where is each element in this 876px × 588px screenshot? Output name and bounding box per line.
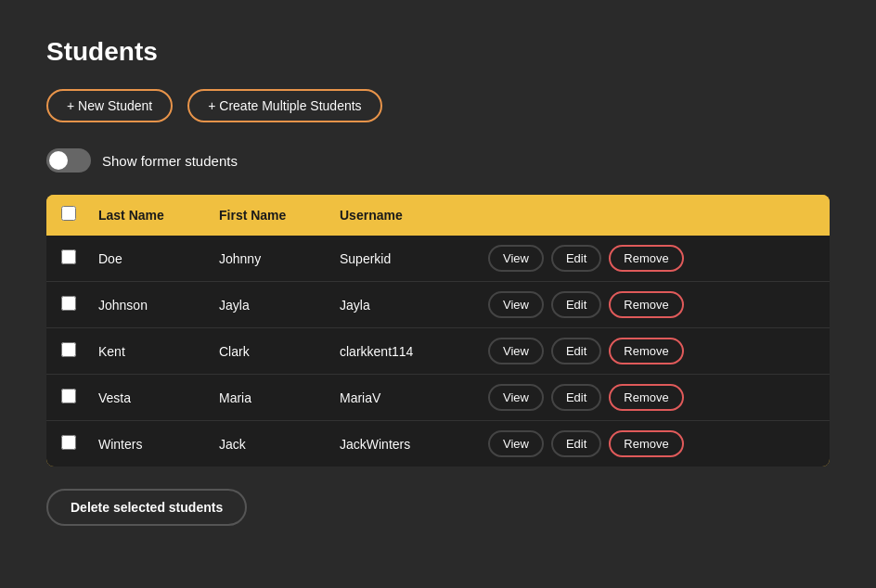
cell-first-name: Clark	[219, 344, 340, 359]
cell-username: Jayla	[340, 298, 488, 313]
remove-button[interactable]: Remove	[609, 384, 683, 411]
first-name-header: First Name	[219, 208, 340, 223]
view-button[interactable]: View	[488, 338, 544, 364]
edit-button[interactable]: Edit	[551, 430, 601, 457]
remove-button[interactable]: Remove	[609, 245, 683, 272]
table-row: Johnson Jayla Jayla View Edit Remove	[46, 282, 830, 328]
row-checkbox[interactable]	[61, 249, 76, 264]
delete-selected-button[interactable]: Delete selected students	[46, 489, 247, 526]
row-checkbox-cell	[61, 342, 98, 361]
row-actions: View Edit Remove	[488, 245, 815, 272]
table-header: Last Name First Name Username	[46, 195, 830, 236]
cell-username: clarkkent114	[340, 344, 488, 359]
cell-first-name: Johnny	[219, 251, 340, 266]
cell-first-name: Jayla	[219, 298, 340, 313]
create-multiple-button[interactable]: + Create Multiple Students	[187, 89, 381, 122]
select-all-checkbox[interactable]	[61, 206, 76, 221]
cell-username: Superkid	[340, 251, 488, 266]
cell-last-name: Winters	[98, 437, 219, 452]
cell-username: MariaV	[340, 390, 488, 405]
username-header: Username	[340, 208, 488, 223]
page-title: Students	[46, 37, 830, 67]
row-checkbox[interactable]	[61, 435, 76, 450]
row-actions: View Edit Remove	[488, 338, 815, 364]
action-buttons: + New Student + Create Multiple Students	[46, 89, 830, 122]
new-student-button[interactable]: + New Student	[46, 89, 173, 122]
row-checkbox[interactable]	[61, 342, 76, 357]
edit-button[interactable]: Edit	[551, 291, 601, 318]
row-checkbox[interactable]	[61, 389, 76, 403]
view-button[interactable]: View	[488, 245, 544, 272]
view-button[interactable]: View	[488, 430, 544, 457]
edit-button[interactable]: Edit	[551, 338, 601, 364]
view-button[interactable]: View	[488, 291, 544, 318]
show-former-students-toggle[interactable]	[46, 148, 91, 173]
cell-last-name: Vesta	[98, 390, 219, 405]
header-checkbox-cell	[61, 206, 98, 224]
cell-last-name: Doe	[98, 251, 219, 266]
row-actions: View Edit Remove	[488, 384, 815, 411]
edit-button[interactable]: Edit	[551, 384, 601, 411]
row-checkbox-cell	[61, 389, 98, 407]
cell-first-name: Maria	[219, 390, 340, 405]
remove-button[interactable]: Remove	[609, 291, 683, 318]
last-name-header: Last Name	[98, 208, 219, 223]
row-checkbox-cell	[61, 296, 98, 314]
table-row: Vesta Maria MariaV View Edit Remove	[46, 375, 830, 421]
toggle-row: Show former students	[46, 148, 830, 173]
row-actions: View Edit Remove	[488, 430, 815, 457]
row-checkbox[interactable]	[61, 296, 76, 311]
cell-first-name: Jack	[219, 437, 340, 452]
table-body: Doe Johnny Superkid View Edit Remove Joh…	[46, 236, 830, 467]
students-table: Last Name First Name Username Doe Johnny…	[46, 195, 830, 467]
row-checkbox-cell	[61, 249, 98, 268]
cell-username: JackWinters	[340, 437, 488, 452]
table-row: Kent Clark clarkkent114 View Edit Remove	[46, 328, 830, 375]
row-actions: View Edit Remove	[488, 291, 815, 318]
cell-last-name: Johnson	[98, 298, 219, 313]
cell-last-name: Kent	[98, 344, 219, 359]
table-row: Doe Johnny Superkid View Edit Remove	[46, 236, 830, 282]
view-button[interactable]: View	[488, 384, 544, 411]
remove-button[interactable]: Remove	[609, 338, 683, 364]
toggle-label: Show former students	[102, 153, 238, 169]
row-checkbox-cell	[61, 435, 98, 454]
remove-button[interactable]: Remove	[609, 430, 683, 457]
table-row: Winters Jack JackWinters View Edit Remov…	[46, 421, 830, 467]
edit-button[interactable]: Edit	[551, 245, 601, 272]
